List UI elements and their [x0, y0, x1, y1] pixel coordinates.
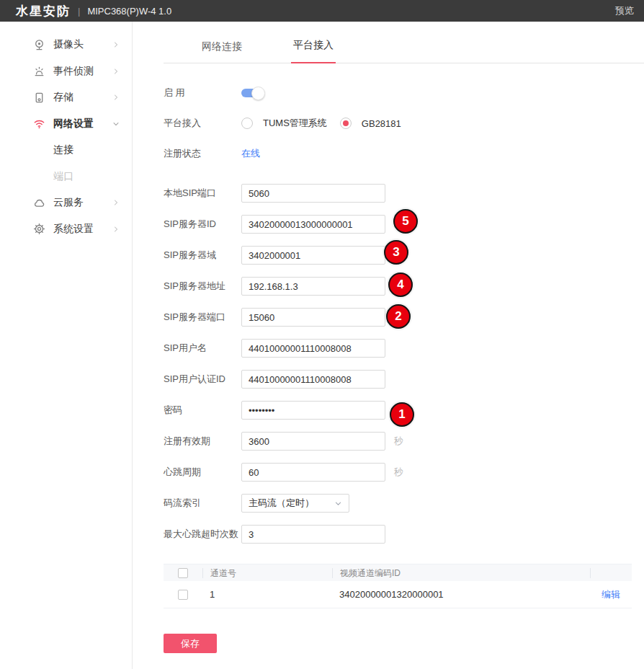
- register-validity-input[interactable]: [241, 432, 385, 451]
- enable-row: 启 用: [164, 84, 644, 102]
- annotation-badge-5: 5: [393, 209, 418, 234]
- sidebar-item-label: 存储: [53, 91, 73, 104]
- register-status-value: 在线: [241, 147, 260, 160]
- radio-option-gb28181[interactable]: GB28181: [340, 118, 401, 129]
- sip-server-port-label: SIP服务器端口: [164, 311, 241, 324]
- chevron-down-icon: [334, 500, 342, 508]
- sidebar-item-network-settings[interactable]: 网络设置: [0, 111, 132, 138]
- row-checkbox[interactable]: [178, 590, 188, 600]
- platform-type-row: 平台接入 TUMS管理系统 GB28181: [164, 114, 644, 133]
- heartbeat-period-label: 心跳周期: [164, 466, 241, 479]
- device-model: MIPC368(P)W-4 1.0: [87, 6, 171, 17]
- edit-link[interactable]: 编辑: [601, 589, 620, 600]
- table-row: 1 34020000001320000001 编辑: [164, 581, 632, 608]
- heartbeat-period-input[interactable]: [241, 463, 385, 482]
- header-encode-id: 视频通道编码ID: [332, 568, 590, 578]
- radio-selected-icon[interactable]: [340, 118, 352, 129]
- register-status-label: 注册状态: [164, 147, 241, 160]
- sidebar-item-label: 系统设置: [53, 223, 94, 236]
- chevron-right-icon: [112, 67, 120, 76]
- sip-server-port-input[interactable]: [241, 308, 385, 327]
- form-field-row: 注册有效期 秒: [164, 432, 644, 451]
- tab-bar: 网络连接 平台接入: [164, 22, 644, 63]
- stream-index-select[interactable]: 主码流（定时）: [241, 494, 349, 513]
- sidebar-subitem-label: 连接: [53, 143, 73, 156]
- form-field-row: SIP用户名: [164, 339, 644, 358]
- select-all-checkbox[interactable]: [178, 568, 188, 578]
- chevron-right-icon: [112, 93, 120, 102]
- sidebar-item-label: 网络设置: [53, 118, 94, 130]
- topbar-separator: |: [78, 6, 80, 17]
- platform-access-form: 启 用 平台接入 TUMS管理系统 GB28181: [164, 63, 644, 653]
- sidebar-item-system-settings[interactable]: 系统设置: [0, 216, 132, 243]
- sidebar-item-cloud-service[interactable]: 云服务: [0, 190, 132, 216]
- toggle-knob: [251, 87, 265, 100]
- local-sip-port-input[interactable]: [241, 184, 385, 203]
- enable-toggle[interactable]: [241, 89, 263, 97]
- password-input[interactable]: [241, 401, 385, 420]
- max-heartbeat-timeouts-label: 最大心跳超时次数: [164, 528, 241, 541]
- sip-user-auth-id-input[interactable]: [241, 370, 385, 389]
- enable-label: 启 用: [164, 87, 241, 99]
- sidebar-subitem-label: 端口: [53, 170, 73, 183]
- sip-user-auth-id-label: SIP用户认证ID: [164, 373, 241, 386]
- channel-table: 通道号 视频通道编码ID 1 34020000001320000001 编辑: [164, 564, 632, 608]
- password-label: 密码: [164, 404, 241, 417]
- header-channel: 通道号: [202, 568, 332, 578]
- tab-platform-access[interactable]: 平台接入: [291, 39, 336, 63]
- chevron-right-icon: [112, 198, 120, 207]
- sip-server-id-label: SIP服务器ID: [164, 218, 241, 231]
- preview-link[interactable]: 预览: [615, 4, 634, 17]
- channel-table-body: 1 34020000001320000001 编辑: [164, 581, 632, 608]
- wifi-icon: [33, 118, 45, 130]
- sip-username-input[interactable]: [241, 339, 385, 358]
- radio-option-tums[interactable]: TUMS管理系统: [241, 117, 327, 130]
- register-validity-unit: 秒: [394, 435, 403, 448]
- alarm-icon: [33, 65, 45, 77]
- main-content: 网络连接 平台接入 启 用 平台接入 TUMS管理系统: [133, 22, 644, 669]
- chevron-right-icon: [112, 40, 120, 49]
- register-status-row: 注册状态 在线: [164, 144, 644, 163]
- heartbeat-period-unit: 秒: [394, 466, 403, 479]
- chevron-down-icon: [112, 120, 120, 128]
- topbar: 水星安防 | MIPC368(P)W-4 1.0 预览: [0, 0, 644, 22]
- sidebar-item-label: 摄像头: [53, 38, 84, 51]
- annotation-badge-2: 2: [386, 304, 411, 329]
- sip-server-address-label: SIP服务器地址: [164, 280, 241, 293]
- annotation-badge-4: 4: [388, 273, 413, 297]
- sidebar-item-label: 事件侦测: [53, 65, 94, 78]
- annotation-badge-3: 3: [384, 240, 408, 265]
- form-field-row: 心跳周期 秒: [164, 463, 644, 482]
- tab-network-connection[interactable]: 网络连接: [200, 40, 244, 63]
- sidebar-item-event-detection[interactable]: 事件侦测: [0, 58, 132, 85]
- sidebar-item-storage[interactable]: 存储: [0, 84, 132, 111]
- cell-channel: 1: [202, 589, 332, 600]
- sip-server-domain-input[interactable]: [241, 246, 385, 265]
- form-field-row: SIP用户认证ID: [164, 370, 644, 389]
- radio-icon[interactable]: [241, 118, 253, 129]
- annotation-badge-1: 1: [390, 402, 414, 427]
- sidebar-subitem-port[interactable]: 端口: [0, 164, 132, 190]
- register-validity-label: 注册有效期: [164, 435, 241, 448]
- cloud-icon: [33, 197, 45, 209]
- sip-server-id-input[interactable]: [241, 215, 385, 234]
- form-field-row: 最大心跳超时次数: [164, 525, 644, 544]
- sip-server-address-input[interactable]: [241, 277, 385, 296]
- sidebar-item-camera[interactable]: 摄像头: [0, 32, 132, 58]
- sidebar-subitem-connection[interactable]: 连接: [0, 137, 132, 164]
- storage-icon: [33, 92, 45, 104]
- cell-action: 编辑: [590, 588, 632, 601]
- stream-index-value: 主码流（定时）: [249, 497, 314, 510]
- sidebar: 摄像头 事件侦测: [0, 22, 133, 669]
- save-button[interactable]: 保存: [164, 634, 217, 653]
- gear-icon: [33, 223, 45, 235]
- form-field-row: 码流索引 主码流（定时）: [164, 494, 644, 513]
- brand-logo: 水星安防: [16, 3, 71, 19]
- sidebar-item-label: 云服务: [53, 196, 84, 209]
- field-rows: 本地SIP端口 SIP服务器ID SIP服务器域 SIP服务器地址 SIP服务器…: [164, 184, 644, 544]
- sip-server-domain-label: SIP服务器域: [164, 249, 241, 262]
- radio-option-label: GB28181: [362, 118, 401, 129]
- max-heartbeat-timeouts-input[interactable]: [241, 525, 385, 544]
- sip-username-label: SIP用户名: [164, 342, 241, 355]
- row-checkbox-cell: [164, 590, 202, 600]
